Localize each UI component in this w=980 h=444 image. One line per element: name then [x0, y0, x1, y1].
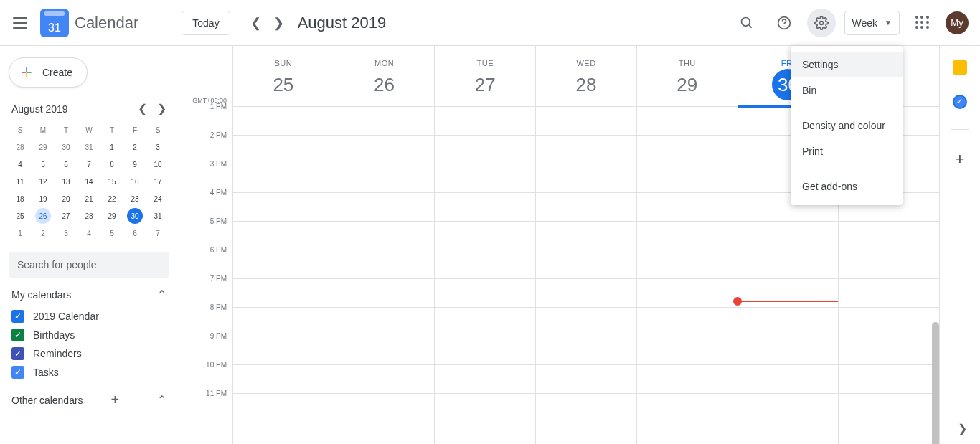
time-label: 10 PM: [178, 361, 232, 389]
create-button[interactable]: Create: [9, 57, 88, 88]
day-name: SUN: [274, 59, 292, 67]
search-icon[interactable]: [732, 9, 761, 37]
mini-cal-day[interactable]: 1: [9, 225, 32, 242]
mini-cal-day[interactable]: 3: [146, 138, 169, 156]
mini-cal-month: August 2019: [11, 103, 68, 115]
calendar-label: 2019 Calendar: [33, 311, 99, 322]
mini-cal-day[interactable]: 19: [32, 190, 55, 207]
my-calendars-header[interactable]: My calendars ⌃: [11, 288, 166, 301]
calendar-item[interactable]: ✓Reminders: [9, 344, 169, 363]
scrollbar[interactable]: [932, 322, 939, 444]
mini-cal-day[interactable]: 29: [32, 138, 55, 156]
side-panel-toggle[interactable]: ❯: [958, 422, 967, 435]
settings-gear-icon[interactable]: [807, 9, 836, 37]
mini-cal-day[interactable]: 24: [146, 190, 169, 207]
mini-cal-day[interactable]: 30: [123, 207, 146, 225]
mini-cal-day[interactable]: 9: [123, 156, 146, 173]
mini-cal-day[interactable]: 12: [32, 173, 55, 190]
next-week-button[interactable]: ❯: [268, 11, 291, 34]
other-calendars-header[interactable]: Other calendars + ⌃: [11, 392, 166, 408]
mini-cal-day[interactable]: 30: [55, 138, 77, 156]
day-header[interactable]: MON26: [334, 46, 435, 106]
account-avatar[interactable]: My: [946, 11, 969, 34]
mini-cal-day[interactable]: 10: [146, 156, 169, 173]
time-label: 5 PM: [178, 217, 232, 246]
mini-cal-day[interactable]: 29: [100, 207, 123, 225]
time-label: 3 PM: [178, 160, 232, 189]
mini-cal-day[interactable]: 4: [77, 225, 100, 242]
mini-cal-day[interactable]: 14: [77, 173, 100, 190]
mini-dow: S: [9, 121, 32, 138]
menu-item-addons[interactable]: Get add-ons: [791, 174, 903, 199]
time-label: 9 PM: [178, 332, 232, 361]
tasks-icon[interactable]: [953, 95, 967, 109]
mini-dow: W: [77, 121, 100, 138]
mini-cal-day[interactable]: 6: [123, 225, 146, 242]
day-header[interactable]: SUN25: [232, 46, 334, 106]
menu-icon[interactable]: [11, 14, 29, 32]
mini-next-month[interactable]: ❯: [157, 102, 166, 115]
today-button[interactable]: Today: [182, 11, 230, 35]
calendar-logo: 31: [40, 9, 69, 37]
menu-divider: [791, 169, 903, 169]
calendar-item[interactable]: ✓2019 Calendar: [9, 307, 169, 326]
mini-cal-day[interactable]: 17: [146, 173, 169, 190]
time-label: 6 PM: [178, 246, 232, 275]
mini-cal-day[interactable]: 25: [9, 207, 32, 225]
mini-cal-day[interactable]: 21: [77, 190, 100, 207]
menu-item-bin[interactable]: Bin: [791, 77, 903, 103]
mini-cal-day[interactable]: 2: [32, 225, 55, 242]
search-people-input[interactable]: Search for people: [9, 252, 169, 278]
mini-cal-day[interactable]: 28: [9, 138, 32, 156]
day-header[interactable]: WED28: [535, 46, 636, 106]
time-label: 7 PM: [178, 275, 232, 303]
mini-cal-day[interactable]: 6: [55, 156, 77, 173]
mini-cal-day[interactable]: 5: [32, 156, 55, 173]
mini-cal-day[interactable]: 7: [77, 156, 100, 173]
menu-item-print[interactable]: Print: [791, 138, 903, 164]
menu-item-settings[interactable]: Settings: [791, 52, 903, 77]
mini-cal-day[interactable]: 1: [100, 138, 123, 156]
mini-prev-month[interactable]: ❮: [138, 102, 147, 115]
prev-week-button[interactable]: ❮: [245, 11, 268, 34]
mini-cal-day[interactable]: 5: [100, 225, 123, 242]
mini-cal-day[interactable]: 31: [146, 207, 169, 225]
mini-cal-day[interactable]: 26: [32, 207, 55, 225]
day-column[interactable]: [636, 107, 738, 444]
mini-cal-day[interactable]: 23: [123, 190, 146, 207]
day-column[interactable]: [334, 107, 435, 444]
day-header[interactable]: THU29: [636, 46, 738, 106]
google-apps-icon[interactable]: [908, 9, 937, 37]
mini-cal-day[interactable]: 7: [146, 225, 169, 242]
keep-icon[interactable]: [953, 60, 967, 75]
day-header[interactable]: TUE27: [434, 46, 535, 106]
day-column[interactable]: [535, 107, 636, 444]
day-column[interactable]: [434, 107, 535, 444]
mini-cal-day[interactable]: 15: [100, 173, 123, 190]
add-calendar-icon[interactable]: +: [110, 392, 119, 408]
mini-cal-day[interactable]: 3: [55, 225, 77, 242]
mini-cal-day[interactable]: 11: [9, 173, 32, 190]
help-icon[interactable]: [770, 9, 798, 37]
mini-cal-day[interactable]: 27: [55, 207, 77, 225]
add-addon-icon[interactable]: +: [956, 150, 965, 169]
calendar-item[interactable]: ✓Tasks: [9, 363, 169, 382]
menu-item-density[interactable]: Density and colour: [791, 113, 903, 138]
view-select[interactable]: Week ▼: [844, 11, 900, 35]
calendar-item[interactable]: ✓Birthdays: [9, 326, 169, 344]
checkbox-icon: ✓: [11, 347, 24, 360]
app-title: Calendar: [75, 14, 138, 32]
day-column[interactable]: [232, 107, 334, 444]
mini-cal-day[interactable]: 22: [100, 190, 123, 207]
mini-cal-day[interactable]: 4: [9, 156, 32, 173]
mini-cal-day[interactable]: 18: [9, 190, 32, 207]
menu-divider: [791, 108, 903, 108]
mini-cal-day[interactable]: 28: [77, 207, 100, 225]
mini-cal-day[interactable]: 31: [77, 138, 100, 156]
mini-cal-day[interactable]: 13: [55, 173, 77, 190]
side-panel-divider: [951, 129, 969, 130]
mini-cal-day[interactable]: 20: [55, 190, 77, 207]
mini-cal-day[interactable]: 8: [100, 156, 123, 173]
mini-cal-day[interactable]: 16: [123, 173, 146, 190]
mini-cal-day[interactable]: 2: [123, 138, 146, 156]
